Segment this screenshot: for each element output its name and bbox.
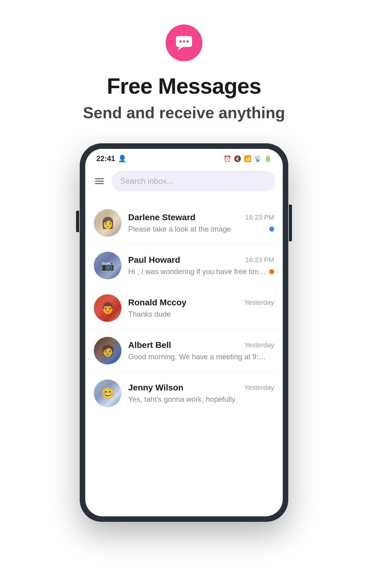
- status-right: ⏰ 🔇 📶 📡 🔋: [224, 155, 272, 162]
- app-icon: [166, 24, 202, 61]
- person-icon: 👤: [118, 155, 126, 163]
- conversation-item[interactable]: 👩 Darlene Steward 16:23 PM Please take a…: [85, 202, 283, 244]
- avatar-face: 😊: [94, 379, 121, 407]
- app-headline: Free Messages: [107, 74, 261, 99]
- conversation-item[interactable]: 😊 Jenny Wilson Yesterday Yes, taht's gon…: [85, 372, 283, 414]
- conversation-header: Ronald Mccoy Yesterday: [128, 298, 274, 307]
- avatar: 😊: [94, 379, 121, 407]
- search-input[interactable]: Search inbox...: [112, 171, 275, 191]
- message-time: Yesterday: [244, 299, 274, 307]
- conversation-footer: Good morning. We have a meeting at 9:00.…: [128, 352, 274, 361]
- conversation-content: Paul Howard 16:23 PM Hi , I was wonderin…: [128, 255, 274, 276]
- app-subheadline: Send and receive anything: [83, 104, 285, 122]
- conversation-item[interactable]: 🧑 Albert Bell Yesterday Good morning. We…: [85, 330, 283, 372]
- conversation-footer: Yes, taht's gonna work, hopefully: [128, 395, 274, 404]
- status-bar: 22:41 👤 ⏰ 🔇 📶 📡 🔋: [85, 149, 283, 166]
- message-time: Yesterday: [244, 384, 274, 392]
- message-preview: Yes, taht's gonna work, hopefully: [128, 395, 266, 404]
- avatar-face: 📷: [94, 252, 121, 279]
- status-time: 22:41: [96, 154, 115, 163]
- mute-icon: 🔇: [234, 155, 241, 162]
- unread-indicator: [269, 397, 274, 402]
- hamburger-menu-button[interactable]: [93, 176, 106, 187]
- message-time: 16:23 PM: [245, 256, 274, 264]
- contact-name: Jenny Wilson: [128, 383, 183, 393]
- conversation-content: Darlene Steward 16:23 PM Please take a l…: [128, 213, 274, 233]
- contact-name: Albert Bell: [128, 340, 171, 350]
- contact-name: Darlene Steward: [128, 213, 195, 222]
- message-preview: Thanks dude: [128, 310, 266, 318]
- avatar: 👨: [94, 294, 121, 322]
- battery-icon: 🔋: [264, 155, 272, 162]
- phone-frame: 22:41 👤 ⏰ 🔇 📶 📡 🔋 Search in: [80, 143, 288, 522]
- hamburger-line: [95, 181, 104, 182]
- conversation-content: Ronald Mccoy Yesterday Thanks dude: [128, 298, 274, 318]
- svg-point-3: [183, 40, 185, 43]
- conversation-footer: Hi , I was wondering if you have free ti…: [128, 267, 274, 276]
- svg-point-4: [186, 40, 189, 43]
- avatar-face: 🧑: [94, 337, 121, 364]
- conversation-content: Albert Bell Yesterday Good morning. We h…: [128, 340, 274, 361]
- search-area: Search inbox...: [85, 166, 283, 199]
- unread-indicator: [269, 269, 274, 274]
- phone-screen: 22:41 👤 ⏰ 🔇 📶 📡 🔋 Search in: [85, 149, 283, 516]
- unread-indicator: [269, 312, 274, 317]
- conversation-content: Jenny Wilson Yesterday Yes, taht's gonna…: [128, 383, 274, 404]
- message-preview: Hi , I was wondering if you have free ti…: [128, 267, 266, 276]
- avatar-face: 👨: [94, 294, 121, 322]
- avatar: 🧑: [94, 337, 121, 364]
- conversation-item[interactable]: 📷 Paul Howard 16:23 PM Hi , I was wonder…: [85, 244, 283, 287]
- hamburger-line: [95, 178, 104, 179]
- alarm-icon: ⏰: [224, 155, 231, 162]
- phone-mockup: 22:41 👤 ⏰ 🔇 📶 📡 🔋 Search in: [80, 143, 288, 522]
- conversation-footer: Thanks dude: [128, 310, 274, 318]
- contact-name: Paul Howard: [128, 255, 180, 265]
- message-time: Yesterday: [244, 341, 274, 349]
- conversation-list: 👩 Darlene Steward 16:23 PM Please take a…: [85, 199, 283, 417]
- avatar-face: 👩: [94, 209, 121, 237]
- wifi-icon: 📶: [244, 155, 251, 162]
- unread-indicator: [269, 354, 274, 359]
- conversation-header: Albert Bell Yesterday: [128, 340, 274, 350]
- contact-name: Ronald Mccoy: [128, 298, 186, 307]
- hamburger-line: [95, 183, 104, 184]
- avatar: 👩: [94, 209, 121, 237]
- signal-icon: 📡: [254, 155, 262, 162]
- message-preview: Please take a look at the image: [128, 225, 266, 233]
- status-left: 22:41 👤: [96, 154, 126, 163]
- conversation-header: Paul Howard 16:23 PM: [128, 255, 274, 265]
- svg-point-2: [179, 40, 182, 43]
- message-time: 16:23 PM: [245, 213, 274, 221]
- avatar: 📷: [94, 252, 121, 279]
- conversation-footer: Please take a look at the image: [128, 225, 274, 233]
- unread-indicator: [269, 227, 274, 232]
- chat-bubble-icon: [175, 34, 193, 52]
- conversation-header: Darlene Steward 16:23 PM: [128, 213, 274, 222]
- message-preview: Good morning. We have a meeting at 9:00.…: [128, 352, 266, 361]
- svg-marker-1: [178, 47, 183, 50]
- conversation-item[interactable]: 👨 Ronald Mccoy Yesterday Thanks dude: [85, 287, 283, 330]
- conversation-header: Jenny Wilson Yesterday: [128, 383, 274, 393]
